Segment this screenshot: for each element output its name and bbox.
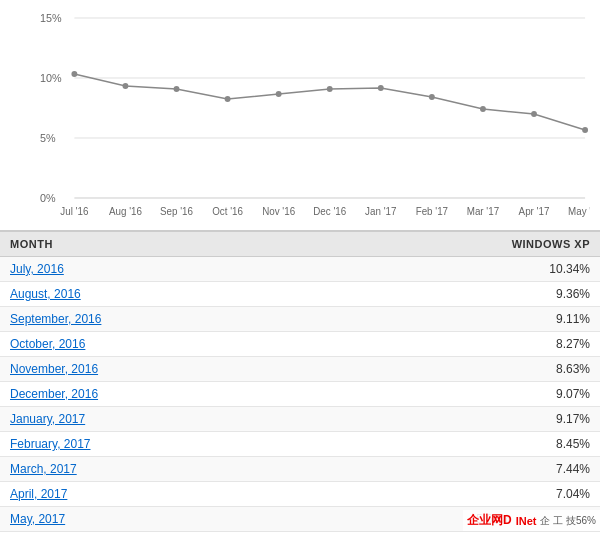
y-label-15: 15% bbox=[40, 12, 62, 24]
month-link-sep2016[interactable]: September, 2016 bbox=[10, 312, 101, 326]
table-row: March, 2017 7.44% bbox=[0, 457, 600, 482]
x-label-may17: May '17 bbox=[568, 206, 590, 217]
table-row: April, 2017 7.04% bbox=[0, 482, 600, 507]
value-nov2016: 8.63% bbox=[556, 362, 590, 376]
month-link-oct2016[interactable]: October, 2016 bbox=[10, 337, 85, 351]
chart-container: 15% 10% 5% 0% Jul '16 Aug '16 Sep '16 Oc… bbox=[0, 0, 600, 230]
table-row: October, 2016 8.27% bbox=[0, 332, 600, 357]
month-link-jul2016[interactable]: July, 2016 bbox=[10, 262, 64, 276]
dot-dec16 bbox=[327, 86, 333, 92]
month-link-apr2017[interactable]: April, 2017 bbox=[10, 487, 67, 501]
x-label-jan17: Jan '17 bbox=[365, 206, 397, 217]
table-row: August, 2016 9.36% bbox=[0, 282, 600, 307]
month-link-feb2017[interactable]: February, 2017 bbox=[10, 437, 91, 451]
x-label-sep16: Sep '16 bbox=[160, 206, 193, 217]
value-sep2016: 9.11% bbox=[556, 312, 590, 326]
table-header: MONTH WINDOWS XP bbox=[0, 232, 600, 257]
table-row: May, 2017 5.66% 企业网DINet 企 工 技56% bbox=[0, 507, 600, 532]
dot-jul16 bbox=[71, 71, 77, 77]
value-mar2017: 7.44% bbox=[556, 462, 590, 476]
month-link-aug2016[interactable]: August, 2016 bbox=[10, 287, 81, 301]
dot-sep16 bbox=[174, 86, 180, 92]
dot-oct16 bbox=[225, 96, 231, 102]
dot-mar17 bbox=[480, 106, 486, 112]
month-link-nov2016[interactable]: November, 2016 bbox=[10, 362, 98, 376]
x-label-feb17: Feb '17 bbox=[416, 206, 449, 217]
value-feb2017: 8.45% bbox=[556, 437, 590, 451]
dot-jan17 bbox=[378, 85, 384, 91]
dot-nov16 bbox=[276, 91, 282, 97]
dot-aug16 bbox=[123, 83, 129, 89]
x-label-jul16: Jul '16 bbox=[60, 206, 89, 217]
month-link-mar2017[interactable]: March, 2017 bbox=[10, 462, 77, 476]
x-label-dec16: Dec '16 bbox=[313, 206, 346, 217]
y-label-0: 0% bbox=[40, 192, 56, 204]
value-aug2016: 9.36% bbox=[556, 287, 590, 301]
col2-header: WINDOWS XP bbox=[512, 238, 590, 250]
table-row: September, 2016 9.11% bbox=[0, 307, 600, 332]
table-container: MONTH WINDOWS XP July, 2016 10.34% Augus… bbox=[0, 230, 600, 532]
x-label-mar17: Mar '17 bbox=[467, 206, 500, 217]
dot-feb17 bbox=[429, 94, 435, 100]
dot-may17 bbox=[582, 127, 588, 133]
month-link-dec2016[interactable]: December, 2016 bbox=[10, 387, 98, 401]
x-label-nov16: Nov '16 bbox=[262, 206, 295, 217]
watermark: 企业网DINet 企 工 技56% bbox=[463, 510, 600, 531]
data-line bbox=[74, 74, 585, 130]
value-jan2017: 9.17% bbox=[556, 412, 590, 426]
table-row: February, 2017 8.45% bbox=[0, 432, 600, 457]
value-jul2016: 10.34% bbox=[549, 262, 590, 276]
x-label-oct16: Oct '16 bbox=[212, 206, 243, 217]
table-row: December, 2016 9.07% bbox=[0, 382, 600, 407]
table-row: November, 2016 8.63% bbox=[0, 357, 600, 382]
value-oct2016: 8.27% bbox=[556, 337, 590, 351]
month-link-jan2017[interactable]: January, 2017 bbox=[10, 412, 85, 426]
month-link-may2017[interactable]: May, 2017 bbox=[10, 512, 65, 526]
x-label-aug16: Aug '16 bbox=[109, 206, 142, 217]
x-label-apr17: Apr '17 bbox=[519, 206, 550, 217]
table-row: July, 2016 10.34% bbox=[0, 257, 600, 282]
value-apr2017: 7.04% bbox=[556, 487, 590, 501]
line-chart: 15% 10% 5% 0% Jul '16 Aug '16 Sep '16 Oc… bbox=[40, 10, 590, 230]
table-row: January, 2017 9.17% bbox=[0, 407, 600, 432]
dot-apr17 bbox=[531, 111, 537, 117]
value-dec2016: 9.07% bbox=[556, 387, 590, 401]
y-label-10: 10% bbox=[40, 72, 62, 84]
col1-header: MONTH bbox=[10, 238, 53, 250]
y-label-5: 5% bbox=[40, 132, 56, 144]
